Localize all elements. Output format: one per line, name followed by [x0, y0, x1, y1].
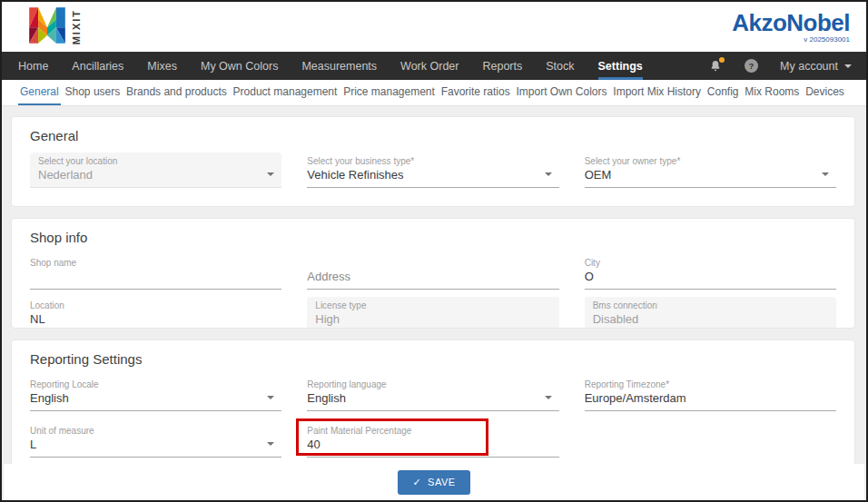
city-value: O	[585, 269, 824, 284]
owner-type-value: OEM	[585, 167, 824, 182]
tab-config[interactable]: Config	[705, 80, 741, 105]
chevron-down-icon	[545, 172, 552, 176]
tab-shop-users[interactable]: Shop users	[64, 80, 123, 105]
nav-item-settings[interactable]: Settings	[598, 52, 643, 80]
app-header: MIXIT AkzoNobel v 2025093001	[2, 2, 866, 52]
shop-name-input[interactable]: Shop name	[30, 254, 281, 290]
address-placeholder: Address	[307, 269, 546, 284]
tab-brands-and-products[interactable]: Brands and products	[124, 80, 229, 105]
paint-material-percentage-value: 40	[307, 437, 546, 452]
reporting-timezone-value: Europe/Amsterdam	[585, 390, 824, 406]
location-select-value: Nederland	[38, 167, 269, 182]
check-icon: ✓	[412, 477, 421, 488]
location-input[interactable]: Location NL	[30, 297, 281, 329]
general-section: General Select your location Nederland S…	[11, 116, 855, 207]
location-select: Select your location Nederland	[30, 153, 281, 188]
nav-item-mixes[interactable]: Mixes	[147, 52, 177, 80]
unit-of-measure-value: L	[30, 437, 269, 452]
reporting-locale-value: English	[30, 390, 269, 406]
city-input[interactable]: City O	[585, 254, 836, 290]
mixit-logo-icon	[27, 5, 67, 49]
business-type-value: Vehicle Refinishes	[307, 167, 546, 182]
unit-of-measure-label: Unit of measure	[30, 425, 269, 437]
akzonobel-brand: AkzoNobel v 2025093001	[732, 11, 850, 44]
reporting-settings-section: Reporting Settings Reporting Locale Engl…	[11, 340, 855, 467]
nav-right-tools: ? My account	[708, 52, 852, 80]
license-type-value: High	[315, 311, 546, 327]
save-button-label: SAVE	[428, 477, 456, 487]
app-version: v 2025093001	[804, 35, 850, 44]
tab-price-management[interactable]: Price management	[341, 80, 437, 105]
tab-import-own-colors[interactable]: Import Own Colors	[515, 80, 609, 105]
city-label: City	[585, 257, 824, 269]
brand-name: AkzoNobel	[732, 11, 850, 34]
shop-info-section: Shop info Shop name Address Cit	[11, 218, 855, 329]
reporting-language-label: Reporting language	[307, 379, 546, 390]
general-section-title: General	[30, 128, 836, 143]
reporting-locale-select[interactable]: Reporting Locale English	[30, 376, 281, 411]
nav-item-home[interactable]: Home	[18, 52, 48, 80]
nav-item-my-own-colors[interactable]: My Own Colors	[201, 52, 278, 80]
bms-connection-value: Disabled	[593, 311, 824, 327]
license-type-input: License type High	[307, 297, 558, 329]
reporting-language-value: English	[307, 390, 546, 406]
business-type-select[interactable]: Select your business type* Vehicle Refin…	[307, 153, 558, 188]
reporting-timezone-input[interactable]: Reporting Timezone* Europe/Amsterdam	[585, 376, 836, 411]
main-navbar: Home Ancillaries Mixes My Own Colors Mea…	[2, 52, 866, 80]
license-type-label: License type	[315, 300, 546, 311]
nav-item-reports[interactable]: Reports	[482, 52, 522, 80]
chevron-down-icon	[267, 172, 274, 176]
reporting-settings-title: Reporting Settings	[30, 351, 836, 367]
nav-item-work-order[interactable]: Work Order	[400, 52, 459, 80]
footer-bar: ✓ SAVE	[4, 464, 864, 500]
reporting-locale-label: Reporting Locale	[30, 379, 269, 390]
tab-product-management[interactable]: Product management	[232, 80, 340, 105]
shop-info-section-title: Shop info	[30, 230, 836, 245]
owner-type-label: Select your owner type*	[585, 155, 824, 167]
tab-general[interactable]: General	[18, 80, 61, 105]
shop-name-label: Shop name	[30, 257, 269, 269]
chevron-down-icon	[545, 396, 552, 399]
tab-devices[interactable]: Devices	[804, 80, 846, 105]
bms-connection-input: Bms connection Disabled	[585, 297, 836, 329]
settings-tabbar: General Shop users Brands and products P…	[2, 80, 866, 106]
my-account-label: My account	[780, 60, 838, 73]
tab-favorite-ratios[interactable]: Favorite ratios	[439, 80, 512, 105]
location-select-label: Select your location	[38, 155, 269, 167]
nav-items: Home Ancillaries Mixes My Own Colors Mea…	[18, 52, 643, 80]
paint-material-percentage-label: Paint Material Percentage	[307, 425, 546, 437]
chevron-down-icon	[267, 396, 274, 399]
mixit-logo-text: MIXIT	[71, 9, 82, 44]
address-input[interactable]: Address	[307, 254, 558, 290]
my-account-menu[interactable]: My account	[780, 60, 852, 73]
unit-of-measure-select[interactable]: Unit of measure L	[30, 422, 281, 458]
notifications-bell-icon[interactable]	[708, 59, 723, 74]
location-label: Location	[30, 300, 269, 311]
chevron-down-icon	[267, 442, 274, 446]
reporting-timezone-label: Reporting Timezone*	[585, 379, 824, 390]
reporting-language-select[interactable]: Reporting language English	[307, 376, 558, 411]
chevron-down-icon	[844, 64, 852, 68]
tab-import-mix-history[interactable]: Import Mix History	[611, 80, 703, 105]
mixit-logo: MIXIT	[27, 6, 82, 48]
shop-name-value	[30, 269, 269, 284]
notification-dot	[719, 57, 725, 63]
save-button[interactable]: ✓ SAVE	[398, 470, 469, 495]
business-type-label: Select your business type*	[307, 155, 546, 167]
settings-content: General Select your location Nederland S…	[2, 106, 866, 467]
help-icon[interactable]: ?	[745, 59, 758, 73]
nav-item-stock[interactable]: Stock	[546, 52, 574, 80]
chevron-down-icon	[822, 172, 829, 176]
settings-page: MIXIT AkzoNobel v 2025093001 Home Ancill…	[0, 0, 868, 502]
tab-mix-rooms[interactable]: Mix Rooms	[743, 80, 801, 105]
nav-item-ancillaries[interactable]: Ancillaries	[72, 52, 123, 80]
owner-type-select[interactable]: Select your owner type* OEM	[585, 153, 836, 188]
nav-item-measurements[interactable]: Measurements	[301, 52, 377, 80]
bms-connection-label: Bms connection	[593, 300, 824, 311]
paint-material-percentage-input[interactable]: Paint Material Percentage 40	[307, 422, 558, 458]
location-value: NL	[30, 311, 269, 327]
